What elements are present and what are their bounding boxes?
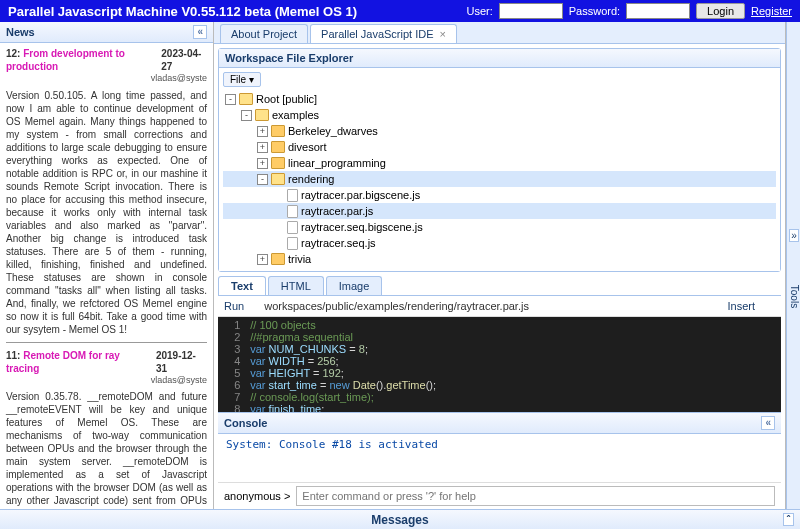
tree-label: linear_programming [288, 157, 386, 169]
command-row: anonymous > [218, 482, 781, 509]
password-input[interactable] [626, 3, 690, 19]
news-body: 12: From development to production2023-0… [0, 43, 213, 509]
folder-icon [271, 253, 285, 265]
center-panel: About ProjectParallel JavaScript IDE× Wo… [214, 22, 786, 509]
folder-icon [271, 141, 285, 153]
file-icon [287, 237, 298, 250]
tools-label: Tools [789, 285, 800, 308]
news-collapse-button[interactable]: « [193, 25, 207, 39]
tree-file[interactable]: raytracer.par.js [223, 203, 776, 219]
tree-file[interactable]: raytracer.seq.js [223, 235, 776, 251]
tools-expand-button[interactable]: » [789, 229, 799, 242]
code-lines[interactable]: // 100 objects //#pragma sequential var … [246, 317, 563, 412]
messages-label: Messages [371, 513, 428, 527]
tree-toggle-icon[interactable] [273, 190, 284, 201]
tree-toggle-icon[interactable]: + [257, 126, 268, 137]
tree-label: rendering [288, 173, 334, 185]
app-title: Parallel Javascript Machine V0.55.112 be… [8, 4, 466, 19]
tree-file[interactable]: raytracer.par.bigscene.js [223, 187, 776, 203]
code-editor[interactable]: 1234567891011 // 100 objects //#pragma s… [218, 317, 781, 412]
file-explorer: Workspace File Explorer File ▾ -Root [pu… [218, 48, 781, 272]
tree-folder[interactable]: +trivia [223, 251, 776, 267]
file-path: workspaces/public/examples/rendering/ray… [264, 300, 529, 312]
tree-label: raytracer.seq.js [301, 237, 376, 249]
register-link[interactable]: Register [751, 5, 792, 17]
tree-folder[interactable]: +divesort [223, 139, 776, 155]
tree-toggle-icon[interactable]: + [257, 254, 268, 265]
console-header: Console « [218, 413, 781, 434]
editor-tabstrip: TextHTMLImage [218, 276, 781, 296]
prompt-label: anonymous > [224, 490, 290, 502]
app-header: Parallel Javascript Machine V0.55.112 be… [0, 0, 800, 22]
folder-icon [271, 125, 285, 137]
messages-expand-button[interactable]: ˆ [783, 513, 794, 526]
ide-body: Workspace File Explorer File ▾ -Root [pu… [214, 44, 785, 509]
tree-toggle-icon[interactable]: + [257, 142, 268, 153]
tools-strip[interactable]: » Tools [786, 22, 800, 509]
password-label: Password: [569, 5, 620, 17]
file-menu-label: File [230, 74, 246, 85]
console-collapse-button[interactable]: « [761, 416, 775, 430]
file-icon [287, 221, 298, 234]
folder-icon [271, 173, 285, 185]
tree-label: raytracer.par.bigscene.js [301, 189, 420, 201]
messages-bar[interactable]: Messages ˆ [0, 509, 800, 529]
tree-folder[interactable]: -rendering [223, 171, 776, 187]
run-button[interactable]: Run [224, 300, 244, 312]
tab-parallel-javascript-ide[interactable]: Parallel JavaScript IDE× [310, 24, 457, 43]
login-button[interactable]: Login [696, 3, 745, 19]
tree-folder[interactable]: +Berkeley_dwarves [223, 123, 776, 139]
gutter: 1234567891011 [218, 317, 246, 412]
editor-tab-text[interactable]: Text [218, 276, 266, 295]
file-icon [287, 205, 298, 218]
command-input[interactable] [296, 486, 775, 506]
runbar: Run workspaces/public/examples/rendering… [218, 296, 781, 317]
tree-toggle-icon[interactable] [273, 222, 284, 233]
folder-icon [271, 157, 285, 169]
explorer-header: Workspace File Explorer [219, 49, 780, 68]
insert-indicator: Insert [727, 300, 755, 312]
file-icon [287, 189, 298, 202]
tree-toggle-icon[interactable]: - [241, 110, 252, 121]
tree-toggle-icon[interactable]: - [257, 174, 268, 185]
console-output: System: Console #18 is activated [218, 434, 781, 482]
console-title: Console [224, 417, 267, 429]
tree-folder[interactable]: +linear_programming [223, 155, 776, 171]
user-input[interactable] [499, 3, 563, 19]
tree-toggle-icon[interactable]: + [257, 158, 268, 169]
editor-tab-html[interactable]: HTML [268, 276, 324, 295]
tree-label: trivia [288, 253, 311, 265]
news-item: 12: From development to production2023-0… [6, 47, 207, 343]
tree-folder[interactable]: -examples [223, 107, 776, 123]
user-label: User: [466, 5, 492, 17]
tree-label: Root [public] [256, 93, 317, 105]
editor-tab-image[interactable]: Image [326, 276, 383, 295]
tree-label: examples [272, 109, 319, 121]
console-panel: Console « System: Console #18 is activat… [218, 412, 781, 509]
tree-toggle-icon[interactable]: - [225, 94, 236, 105]
tree-toggle-icon[interactable] [273, 206, 284, 217]
file-menu[interactable]: File ▾ [223, 72, 261, 87]
tree-label: raytracer.seq.bigscene.js [301, 221, 423, 233]
folder-icon [255, 109, 269, 121]
close-icon[interactable]: × [440, 28, 446, 40]
tree-folder[interactable]: -Root [public] [223, 91, 776, 107]
explorer-title: Workspace File Explorer [225, 52, 353, 64]
news-header: News « [0, 22, 213, 43]
tree-label: raytracer.par.js [301, 205, 373, 217]
news-title-label: News [6, 26, 35, 38]
tree-label: divesort [288, 141, 327, 153]
chevron-down-icon: ▾ [249, 74, 254, 85]
file-tree: -Root [public]-examples+Berkeley_dwarves… [223, 91, 776, 267]
main-tabstrip: About ProjectParallel JavaScript IDE× [214, 22, 785, 44]
tab-about-project[interactable]: About Project [220, 24, 308, 43]
login-area: User: Password: Login Register [466, 3, 792, 19]
news-panel: News « 12: From development to productio… [0, 22, 214, 509]
tree-toggle-icon[interactable] [273, 238, 284, 249]
folder-icon [239, 93, 253, 105]
news-item: 11: Remote DOM for ray tracing2019-12-31… [6, 349, 207, 509]
tree-label: Berkeley_dwarves [288, 125, 378, 137]
tree-file[interactable]: raytracer.seq.bigscene.js [223, 219, 776, 235]
